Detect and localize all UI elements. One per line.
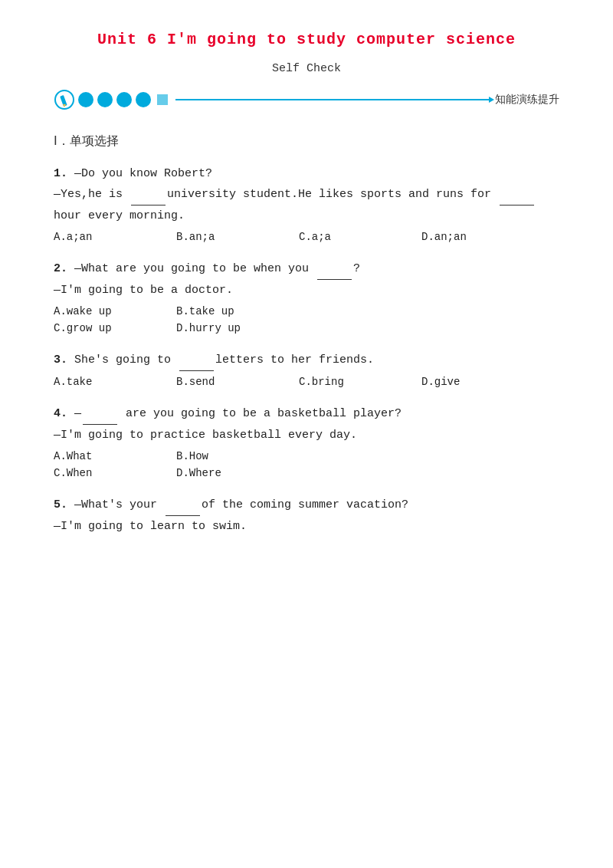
question-2-line2: —I'm going to be a doctor. <box>54 280 559 301</box>
section-title: Ⅰ．单项选择 <box>54 133 559 150</box>
q3-opt-d: D.give <box>421 376 521 388</box>
self-check-label: Self Check <box>54 62 559 75</box>
q1-opt-b: B.an;a <box>176 231 276 243</box>
q4-opt-b: B.How <box>176 450 276 462</box>
q5-num: 5. <box>54 498 67 511</box>
q3-opt-c: C.bring <box>299 376 398 388</box>
q4-opt-c: C.When <box>54 467 153 479</box>
question-3: 3. She's going to letters to her friends… <box>54 350 559 388</box>
q1-options: A.a;an B.an;a C.a;a D.an;an <box>54 231 559 243</box>
banner: 知能演练提升 <box>54 89 559 110</box>
question-4-line2: —I'm going to practice basketball every … <box>54 425 559 446</box>
q2-num: 2. <box>54 262 67 275</box>
q4-opt-d: D.Where <box>176 467 276 479</box>
q2-opt-c: C.grow up <box>54 322 153 334</box>
q4-num: 4. <box>54 407 67 420</box>
q2-options: A.wake up B.take up C.grow up D.hurry up <box>54 305 559 334</box>
banner-square <box>157 94 168 105</box>
q2-opt-a: A.wake up <box>54 305 153 317</box>
q3-num: 3. <box>54 353 67 367</box>
dot-4 <box>136 92 151 107</box>
pencil-icon <box>54 89 75 110</box>
q2-options-row1: A.wake up B.take up <box>54 305 559 317</box>
question-1: 1. —Do you know Robert? —Yes,he is unive… <box>54 163 559 243</box>
q2-options-row2: C.grow up D.hurry up <box>54 322 559 334</box>
question-1-line1: 1. —Do you know Robert? <box>54 163 559 184</box>
question-5: 5. —What's your of the coming summer vac… <box>54 495 559 537</box>
dots-container <box>78 92 151 107</box>
question-2: 2. —What are you going to be when you ? … <box>54 258 559 334</box>
page-title: Unit 6 I'm going to study computer scien… <box>54 31 559 48</box>
q3-options: A.take B.send C.bring D.give <box>54 376 559 388</box>
question-5-line2: —I'm going to learn to swim. <box>54 516 559 537</box>
banner-line <box>175 99 490 100</box>
q1-opt-c: C.a;a <box>299 231 398 243</box>
question-4: 4. — are you going to be a basketball pl… <box>54 403 559 479</box>
dot-1 <box>78 92 93 107</box>
q2-opt-d: D.hurry up <box>176 322 276 334</box>
dot-3 <box>116 92 132 107</box>
question-2-line1: 2. —What are you going to be when you ? <box>54 258 559 280</box>
q3-opt-b: B.send <box>176 376 276 388</box>
dot-2 <box>97 92 113 107</box>
q4-options: A.What B.How C.When D.Where <box>54 450 559 479</box>
question-4-line1: 4. — are you going to be a basketball pl… <box>54 403 559 425</box>
question-3-line1: 3. She's going to letters to her friends… <box>54 350 559 371</box>
banner-label: 知能演练提升 <box>495 93 559 107</box>
q2-opt-b: B.take up <box>176 305 276 317</box>
q4-options-row2: C.When D.Where <box>54 467 559 479</box>
q4-options-row1: A.What B.How <box>54 450 559 462</box>
question-5-line1: 5. —What's your of the coming summer vac… <box>54 495 559 516</box>
question-1-line2: —Yes,he is university student.He likes s… <box>54 184 559 226</box>
q1-opt-a: A.a;an <box>54 231 153 243</box>
q1-num: 1. <box>54 167 67 180</box>
q3-opt-a: A.take <box>54 376 153 388</box>
q1-opt-d: D.an;an <box>421 231 521 243</box>
q4-opt-a: A.What <box>54 450 153 462</box>
